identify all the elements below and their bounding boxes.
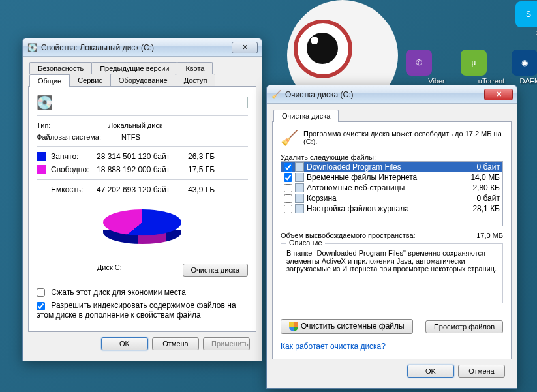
list-item[interactable]: Настройка файлов журнала28,1 КБ [281, 204, 502, 214]
properties-content: Безопасность Предыдущие версии Квота Общ… [23, 57, 262, 361]
desktop-icon-viber[interactable]: ✆ Viber [401, 50, 437, 85]
item-checkbox[interactable] [284, 194, 292, 203]
desktop-icon-label: DAEMON Lite [506, 77, 537, 85]
free-label: Свободно: [51, 165, 97, 174]
used-color-swatch [37, 152, 46, 161]
properties-button-row: OK Отмена Применить [28, 332, 256, 355]
type-label: Тип: [37, 121, 108, 129]
utorrent-icon: µ [461, 50, 487, 76]
cancel-button[interactable]: Отмена [152, 337, 199, 350]
index-checkbox[interactable]: Разрешить индексировать содержимое файло… [37, 301, 248, 319]
disk-caption: Диск C: [37, 264, 183, 271]
properties-window: 💽 Свойства: Локальный диск (C:) ✕ Безопа… [22, 38, 262, 361]
type-value: Локальный диск [108, 121, 162, 129]
general-tab-pane: 💽 Тип:Локальный диск Файловая система:NT… [28, 86, 256, 332]
capacity-gb: 43,9 ГБ [188, 185, 215, 194]
tab-hardware[interactable]: Оборудование [110, 74, 176, 86]
freed-value: 17,0 МБ [476, 232, 503, 239]
list-label: Удалить следующие файлы: [281, 153, 503, 161]
drive-icon: 💽 [27, 42, 37, 53]
list-item[interactable]: Временные файлы Интернета14,0 МБ [281, 172, 502, 183]
viber-icon: ✆ [406, 50, 432, 76]
properties-titlebar[interactable]: 💽 Свойства: Локальный диск (C:) ✕ [23, 38, 262, 57]
tab-sharing[interactable]: Доступ [176, 74, 216, 86]
folder-icon [295, 162, 304, 172]
used-gb: 26,3 ГБ [188, 152, 215, 161]
tab-row-2: Общие Сервис Оборудование Доступ [28, 74, 256, 86]
free-bytes: 18 888 192 000 байт [97, 165, 188, 174]
disk-usage-pie [97, 200, 188, 258]
cleanup-tab-pane: 🧹 Программа очистки диска может освободи… [272, 121, 512, 359]
list-item[interactable]: Downloaded Program Files0 байт [281, 162, 502, 172]
list-item[interactable]: Автономные веб-страницы2,80 КБ [281, 183, 502, 193]
fs-label: Файловая система: [37, 133, 121, 141]
view-files-button[interactable]: Просмотр файлов [425, 320, 503, 333]
ok-button[interactable]: OK [407, 365, 454, 378]
drive-name-input[interactable] [55, 97, 248, 108]
desktop-icon-daemon[interactable]: ◉ DAEMON Lite [506, 50, 537, 85]
list-item[interactable]: Корзина0 байт [281, 193, 502, 204]
drive-big-icon: 💽 [37, 95, 55, 110]
close-button[interactable]: ✕ [232, 42, 258, 53]
item-checkbox[interactable] [284, 184, 292, 192]
window-title: Очистка диска (C:) [285, 90, 484, 99]
cleanup-big-icon: 🧹 [281, 130, 298, 147]
apply-button: Применить [203, 337, 250, 350]
tab-row-1: Безопасность Предыдущие версии Квота [28, 62, 256, 74]
free-gb: 17,5 ГБ [188, 165, 215, 174]
tab-cleanup[interactable]: Очистка диска [273, 110, 339, 122]
tab-quota[interactable]: Квота [177, 62, 213, 74]
window-title: Свойства: Локальный диск (C:) [41, 43, 232, 52]
used-label: Занято: [51, 152, 97, 161]
description-title: Описание [286, 239, 325, 247]
free-color-swatch [37, 165, 46, 174]
cleanup-intro: Программа очистки диска может освободить… [303, 130, 503, 145]
daemon-icon: ◉ [512, 50, 537, 76]
used-bytes: 28 314 501 120 байт [97, 152, 188, 161]
clean-system-files-button[interactable]: Очистить системные файлы [281, 319, 413, 334]
tab-security[interactable]: Безопасность [29, 62, 92, 74]
fs-value: NTFS [121, 133, 140, 141]
folder-icon [295, 204, 304, 213]
cleanup-file-list[interactable]: Downloaded Program Files0 байт Временные… [281, 161, 503, 226]
cancel-button[interactable]: Отмена [458, 365, 505, 378]
shield-icon [289, 322, 298, 331]
cleanup-titlebar[interactable]: 🧹 Очистка диска (C:) ✕ [267, 85, 517, 104]
item-checkbox[interactable] [284, 173, 292, 182]
item-checkbox[interactable] [284, 163, 292, 172]
desktop-icon-skype[interactable]: S Skype [510, 1, 537, 37]
recycle-bin-icon [295, 194, 304, 203]
ok-button[interactable]: OK [101, 337, 148, 350]
compress-checkbox[interactable]: Сжать этот диск для экономии места [37, 288, 186, 297]
description-group: Описание В папке "Downloaded Program Fil… [281, 243, 503, 303]
tab-previous-versions[interactable]: Предыдущие версии [91, 62, 177, 74]
tab-general[interactable]: Общие [29, 74, 70, 87]
cleanup-button-row: OK Отмена [272, 359, 512, 383]
close-button[interactable]: ✕ [484, 89, 513, 100]
folder-icon [295, 183, 304, 192]
desktop-icon-label: Skype [510, 29, 537, 37]
capacity-bytes: 47 202 693 120 байт [97, 185, 188, 194]
cleanup-icon: 🧹 [271, 89, 281, 100]
skype-icon: S [515, 1, 537, 27]
capacity-label: Емкость: [37, 185, 97, 194]
description-text: В папке "Downloaded Program Files" време… [286, 249, 497, 273]
help-link[interactable]: Как работает очистка диска? [281, 342, 386, 351]
item-checkbox[interactable] [284, 205, 292, 213]
tab-tools[interactable]: Сервис [69, 74, 111, 86]
folder-icon [295, 173, 304, 182]
cleanup-window: 🧹 Очистка диска (C:) ✕ Очистка диска 🧹 П… [266, 85, 517, 389]
desktop-icon-utorrent[interactable]: µ uTorrent [455, 50, 492, 85]
cleanup-content: Очистка диска 🧹 Программа очистки диска … [267, 104, 517, 388]
disk-cleanup-button[interactable]: Очистка диска [183, 264, 248, 277]
